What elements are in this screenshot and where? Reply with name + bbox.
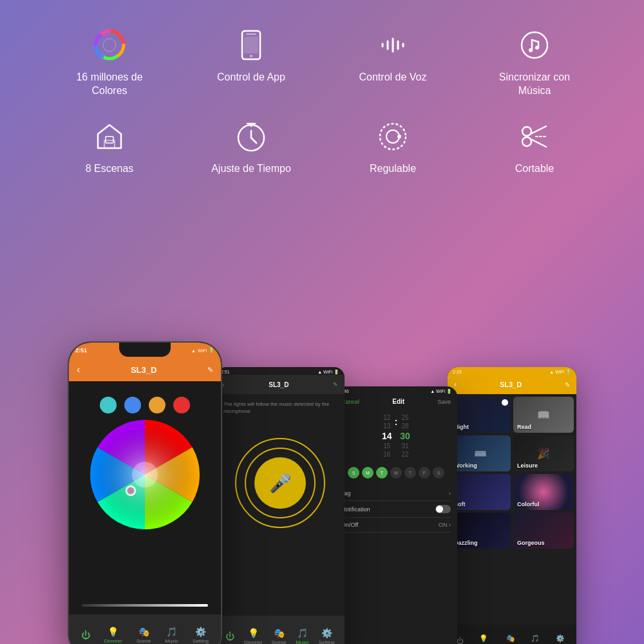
panel-schedule: 2:46 ▲ WiFi 🔋 Cancel Edit Save 12 13 14 … [335, 386, 457, 644]
time-col-minutes: 25 28 30 31 22 [400, 414, 410, 458]
scene-read-label: Read [513, 421, 535, 433]
panel4-back[interactable]: ‹ [454, 380, 457, 389]
feature-scenes-label: 8 Escenas [86, 162, 134, 176]
dim-circle-icon [374, 117, 412, 156]
panel4-header: ‹ SL3_D ✎ [448, 375, 576, 394]
color-dot-blue[interactable] [124, 397, 141, 413]
panel4-bottom-nav: ⏻ 💡 Dimmer 🎭 Scene 🎵 Music ⚙️ Setting [448, 625, 576, 644]
svg-rect-3 [246, 33, 256, 35]
panel2-nav-dimmer[interactable]: 💡 Dimmer [244, 628, 262, 645]
svg-point-25 [397, 135, 401, 138]
panel2-time: 2:51 [221, 370, 230, 375]
feature-colors: 16 millones de Colores [58, 26, 161, 98]
svg-point-26 [522, 127, 531, 136]
back-arrow-icon[interactable]: ‹ [77, 364, 80, 375]
svg-point-13 [535, 46, 539, 50]
scene-read[interactable]: 📖 Read [513, 397, 574, 433]
color-dot-teal[interactable] [100, 397, 117, 413]
feature-scenes: 8 Escenas [58, 117, 161, 176]
time-picker[interactable]: 12 13 14 15 16 : 25 28 30 [335, 409, 457, 463]
setting-notification[interactable]: Notification [341, 501, 451, 518]
color-dot-red[interactable] [173, 397, 190, 413]
day-tue[interactable]: T [376, 467, 388, 478]
scene-soft[interactable]: Soft [450, 474, 511, 510]
scene-leisure[interactable]: 🎉 Leisure [513, 435, 574, 471]
nav-power[interactable]: ⏻ [81, 630, 90, 640]
phone-main-device-name: SL3_D [131, 365, 156, 375]
scene-working[interactable]: ⌨️ Working [450, 435, 511, 471]
p4-nav-music[interactable]: 🎵 Music [529, 634, 541, 645]
mic-inner-button[interactable]: 🎤 [254, 457, 306, 509]
panel2-nav-power[interactable]: ⏻ [225, 631, 234, 641]
phone-main-color-wheel[interactable] [87, 417, 203, 533]
feature-voice: Control de Voz [341, 26, 444, 84]
nav-music[interactable]: 🎵 Music [165, 627, 178, 644]
scene-gorgeous[interactable]: Gorgeous [513, 513, 574, 549]
nav-scene[interactable]: 🎭 Scene [137, 627, 151, 644]
panel4-edit[interactable]: ✎ [565, 381, 570, 388]
features-row-2: 8 Escenas Ajuste de Tiempo [0, 111, 644, 189]
phone-main-color-dots [69, 392, 221, 419]
day-fri[interactable]: F [419, 467, 430, 478]
panel2-description: The lights will follow the music detecte… [216, 394, 345, 419]
toggle-knob [436, 506, 443, 513]
day-thu[interactable]: T [404, 467, 416, 478]
mic-circle-container[interactable]: 🎤 [216, 438, 345, 528]
panel2-nav-scene[interactable]: 🎭 Scene [272, 628, 287, 645]
feature-regulable: Regulable [341, 117, 444, 176]
panel4-status-bar: 2:29 ▲ WiFi 🔋 [448, 367, 576, 375]
svg-line-20 [251, 138, 256, 143]
nav-setting[interactable]: ⚙️ Setting [193, 627, 209, 644]
notification-toggle[interactable] [435, 505, 451, 513]
panel2-back[interactable]: ‹ [222, 381, 225, 388]
day-sun[interactable]: S [348, 467, 359, 478]
mic-middle-ring: 🎤 [245, 448, 316, 518]
scene-colorful[interactable]: Colorful [513, 474, 574, 510]
svg-point-27 [522, 137, 531, 146]
scene-colorful-label: Colorful [513, 498, 544, 510]
setting-onoff[interactable]: On/Off ON › [341, 518, 451, 533]
day-mon[interactable]: M [362, 467, 374, 478]
panel2-nav-music[interactable]: 🎵 Music [296, 628, 309, 645]
p4-nav-setting[interactable]: ⚙️ Setting [554, 634, 568, 645]
panel2-nav-setting[interactable]: ⚙️ Setting [319, 628, 335, 645]
nav-dimmer[interactable]: 💡 Dimmer [104, 627, 122, 644]
p4-nav-scene[interactable]: 🎭 Scene [504, 634, 517, 645]
svg-rect-5 [244, 37, 258, 53]
svg-line-29 [531, 139, 546, 147]
svg-point-23 [380, 124, 406, 149]
phone-main-notch [119, 343, 171, 357]
setting-onoff-value: ON › [439, 522, 451, 528]
svg-point-11 [522, 32, 547, 58]
p4-nav-dimmer[interactable]: 💡 Dimmer [476, 634, 492, 645]
setting-tag-value: › [449, 490, 451, 497]
svg-point-33 [132, 462, 158, 488]
svg-point-1 [103, 39, 116, 52]
phone-icon [232, 26, 270, 64]
features-row-1: 16 millones de Colores Control de App [0, 0, 644, 111]
panel4-time: 2:29 [453, 370, 462, 375]
setting-notification-label: Notification [341, 506, 370, 513]
feature-app-label: Control de App [217, 71, 285, 84]
p4-nav-power[interactable]: ⏻ [457, 637, 464, 644]
panel3-save-btn[interactable]: Save [437, 399, 451, 405]
scene-night[interactable]: Night [450, 397, 511, 433]
phone-main-edit-btn[interactable]: ✎ [207, 366, 213, 374]
panel2-edit[interactable]: ✎ [333, 381, 338, 388]
day-wed[interactable]: W [390, 467, 402, 478]
scene-leisure-label: Leisure [513, 460, 542, 471]
phone-main-header: ‹ SL3_D ✎ [69, 358, 221, 381]
phone-main-bottom-nav: ⏻ 💡 Dimmer 🎭 Scene 🎵 Music [69, 614, 221, 644]
scene-dazzling[interactable]: Dazzling [450, 513, 511, 549]
feature-cortable: Cortable [483, 117, 586, 176]
color-dot-orange[interactable] [149, 397, 166, 413]
setting-tag[interactable]: Tag › [341, 486, 451, 501]
brightness-slider[interactable] [82, 600, 208, 611]
feature-colors-label: 16 millones de Colores [58, 71, 161, 98]
feature-app: Control de App [200, 26, 303, 84]
feature-cortable-label: Cortable [515, 162, 554, 176]
day-sat[interactable]: S [433, 467, 444, 478]
panel2-bottom-nav: ⏻ 💡 Dimmer 🎭 Scene 🎵 Music ⚙️ Setting [216, 616, 345, 644]
days-row: S M T W T F S [335, 463, 457, 482]
panel-scenes: 2:29 ▲ WiFi 🔋 ‹ SL3_D ✎ Night 📖 [448, 367, 576, 644]
